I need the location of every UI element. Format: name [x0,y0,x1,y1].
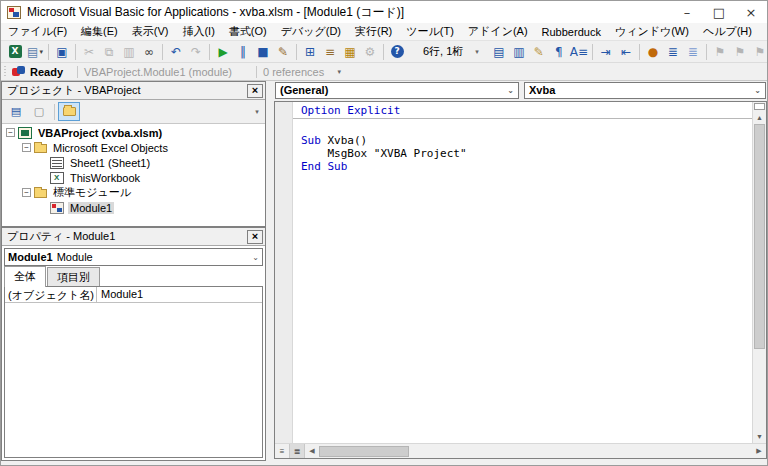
scrollbar-thumb[interactable] [319,446,409,457]
menu-item[interactable]: アドイン(A) [461,23,535,40]
properties-grid: (オブジェクト名)Module1 [4,286,263,458]
full-module-view-button[interactable]: ≣ [290,444,305,458]
menu-item[interactable]: ファイル(F) [1,23,74,40]
window-title: Microsoft Visual Basic for Applications … [27,4,404,21]
close-icon[interactable]: × [247,230,263,244]
list-properties-methods-icon[interactable]: ▤ [489,43,509,61]
previous-bookmark-icon[interactable]: ⚑ [750,43,768,61]
object-dropdown[interactable]: (General) ⌄ [275,82,519,99]
comment-block-icon[interactable]: ≣ [663,43,683,61]
procedure-dropdown-value: Xvba [529,84,555,96]
tab-alphabetic[interactable]: 全体 [4,266,46,287]
break-icon[interactable]: ‖ [233,43,253,61]
quick-info-icon[interactable]: ✎ [529,43,549,61]
view-code-button[interactable]: ▤ [5,102,27,121]
vertical-scrollbar[interactable]: ▲ ▼ [752,102,766,443]
scroll-up-icon[interactable]: ▲ [753,111,766,124]
scroll-left-icon[interactable]: ◀ [305,444,319,458]
parameter-info-icon[interactable]: ¶ [549,43,569,61]
menu-item[interactable]: 挿入(I) [175,23,221,40]
collapse-icon[interactable]: − [22,143,31,152]
tree-item[interactable]: −標準モジュール [2,185,265,200]
code-editor[interactable]: Option Explicit Sub Xvba() MsgBox "XVBA … [293,102,752,443]
run-icon[interactable]: ▶ [213,43,233,61]
folder-icon [63,107,76,116]
collapse-icon[interactable]: − [22,188,31,197]
tree-item-label: 標準モジュール [51,185,133,200]
toggle-bookmark-icon[interactable]: ⚑ [710,43,730,61]
split-handle[interactable] [754,103,765,110]
folder-icon [34,144,47,153]
toolbar-options-icon[interactable]: ▾ [252,110,262,114]
menu-item[interactable]: 書式(O) [222,23,274,40]
design-mode-icon[interactable]: ✎ [273,43,293,61]
child-minimize-icon[interactable]: – [759,26,768,37]
view-object-button[interactable]: ▢ [28,102,50,121]
project-explorer-icon[interactable]: ⊞ [300,43,320,61]
cut-icon[interactable]: ✂ [79,43,99,61]
close-button[interactable]: × [735,1,767,23]
menu-item[interactable]: 表示(V) [125,23,176,40]
properties-window-icon[interactable]: ≡ [320,43,340,61]
code-margin-indicator-bar[interactable] [275,102,293,443]
menu-item[interactable]: Rubberduck [535,23,608,40]
tree-item[interactable]: ThisWorkbook [2,170,265,185]
tree-item[interactable]: −VBAProject (xvba.xlsm) [2,125,265,140]
menu-item[interactable]: 実行(R) [348,23,399,40]
workbook-icon [50,172,64,184]
tree-item[interactable]: Sheet1 (Sheet1) [2,155,265,170]
scrollbar-thumb[interactable] [754,124,765,349]
list-constants-icon[interactable]: ▥ [509,43,529,61]
tree-item[interactable]: Module1 [2,200,265,215]
procedure-dropdown[interactable]: Xvba ⌄ [524,82,766,99]
menu-item[interactable]: ツール(T) [399,23,461,40]
outdent-icon[interactable]: ⇤ [616,43,636,61]
scroll-right-icon[interactable]: ▶ [752,444,766,458]
paste-icon[interactable]: ▥ [119,43,139,61]
redo-icon[interactable]: ↷ [186,43,206,61]
close-icon[interactable]: × [247,84,263,98]
view-microsoft-excel-icon[interactable]: X [5,43,25,61]
uncomment-block-icon[interactable]: ≣ [683,43,703,61]
toolbar-separator [639,44,640,60]
tree-item-label: VBAProject (xvba.xlsm) [36,127,164,139]
indent-icon[interactable]: ⇥ [596,43,616,61]
chevron-down-icon: ▾ [39,48,43,56]
minimize-button[interactable]: – [671,1,703,23]
toggle-breakpoint-icon[interactable]: ● [643,43,663,61]
scroll-down-icon[interactable]: ▼ [753,430,766,443]
copy-icon[interactable]: ⧉ [99,43,119,61]
menu-item[interactable]: 編集(E) [74,23,125,40]
toolbar-options-icon[interactable]: ▾ [475,50,479,54]
property-value[interactable]: Module1 [97,287,262,302]
tab-categorized[interactable]: 項目別 [47,267,100,287]
tree-item[interactable]: −Microsoft Excel Objects [2,140,265,155]
next-bookmark-icon[interactable]: ⚑ [730,43,750,61]
complete-word-icon[interactable]: A≡ [569,43,589,61]
reset-icon[interactable]: ■ [253,43,273,61]
tree-item-label: Module1 [68,202,114,214]
help-icon[interactable]: ? [387,43,407,61]
undo-icon[interactable]: ↶ [166,43,186,61]
procedure-view-button[interactable]: ≡ [275,444,290,458]
toolbar-grip[interactable] [3,66,8,77]
maximize-button[interactable]: □ [703,1,735,23]
insert-userform-icon[interactable]: ▤▾ [25,43,45,61]
collapse-icon[interactable]: − [6,128,15,137]
property-row[interactable]: (オブジェクト名)Module1 [5,287,262,303]
find-icon[interactable]: ∞ [139,43,159,61]
menu-item[interactable]: デバッグ(D) [274,23,348,40]
toolbox-icon[interactable]: ⚙ [360,43,380,61]
menu-item[interactable]: ウィンドウ(W) [608,23,696,40]
toolbar-options-icon[interactable]: ▾ [334,70,344,74]
object-browser-icon[interactable]: ▦ [340,43,360,61]
toggle-folders-button[interactable] [58,102,80,121]
toolbar-separator [48,44,49,60]
rubberduck-references: 0 references [263,66,324,78]
properties-object-dropdown[interactable]: Module1 Module ⌄ [4,248,263,266]
module-icon [50,202,64,214]
object-dropdown-value: (General) [280,84,328,96]
menu-item[interactable]: ヘルプ(H) [696,23,759,40]
save-icon[interactable]: ▣ [52,43,72,61]
panel-divider[interactable] [266,81,274,461]
